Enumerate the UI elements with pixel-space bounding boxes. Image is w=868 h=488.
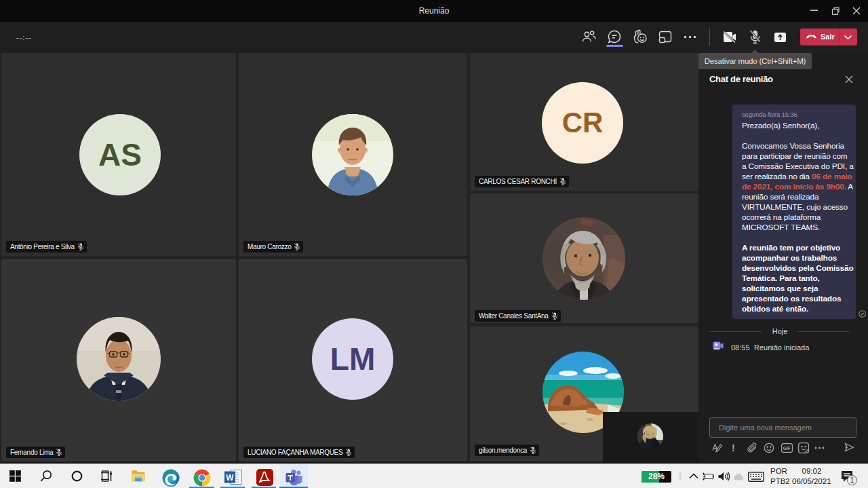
svg-text:GIF: GIF [783, 446, 791, 451]
svg-text:W: W [226, 473, 234, 483]
